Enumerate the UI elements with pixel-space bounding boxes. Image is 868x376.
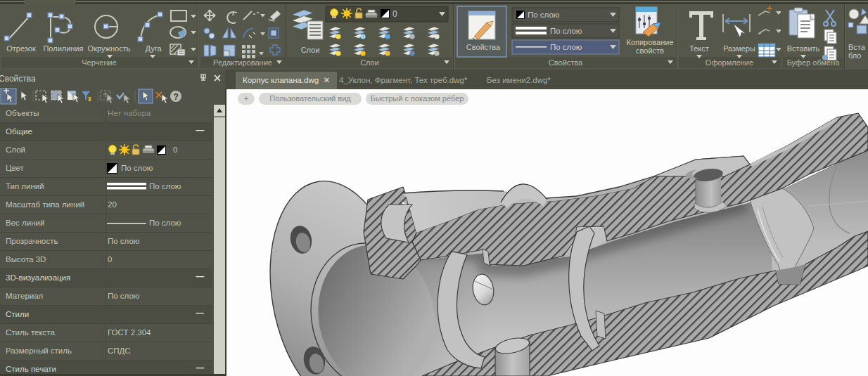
svg-text:?: ? [174,92,179,102]
svg-text:По слою: По слою [550,27,582,35]
svg-text:По слою: По слою [528,11,560,19]
svg-text:0: 0 [392,9,397,19]
svg-text:По слою: По слою [550,43,582,51]
